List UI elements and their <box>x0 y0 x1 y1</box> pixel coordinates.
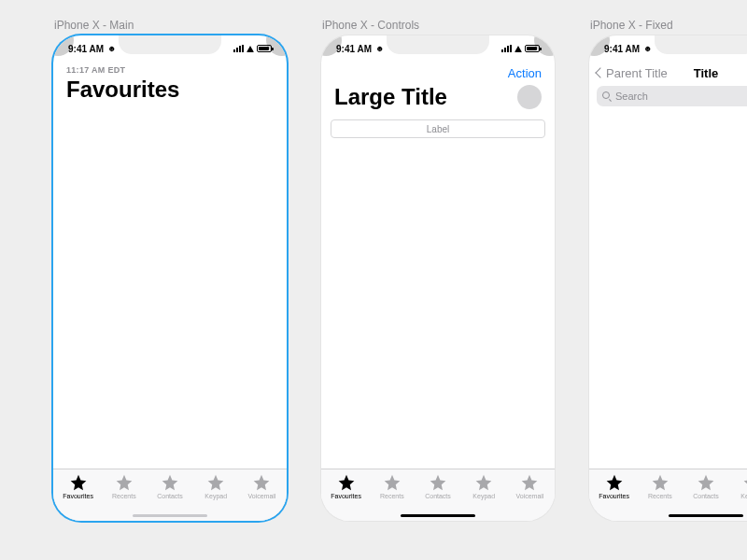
page-title: Large Title <box>334 84 447 110</box>
notch <box>387 35 489 54</box>
star-icon <box>474 473 493 492</box>
tab-label: Contacts <box>425 493 451 499</box>
wifi-icon <box>247 46 254 52</box>
artboard-fixed[interactable]: 9:41 AM ☻ Parent Title Title Search F <box>589 35 747 521</box>
search-icon <box>602 91 612 101</box>
tab-label: Contacts <box>157 493 183 499</box>
navigation-bar: Parent Title Title <box>589 62 747 84</box>
status-time: 9:41 AM <box>336 44 372 54</box>
tab-voicemail[interactable]: Voicemail <box>507 473 553 521</box>
notch <box>119 35 221 54</box>
tab-label: Keypad <box>204 493 227 499</box>
tab-label: Favourites <box>599 493 629 499</box>
notch <box>655 35 747 54</box>
tab-label: Voicemail <box>515 493 543 499</box>
artboard-label-controls: iPhone X - Controls <box>322 19 419 32</box>
star-icon <box>429 473 447 492</box>
search-placeholder: Search <box>615 91 648 102</box>
star-icon <box>337 473 356 492</box>
tab-label: Recents <box>380 493 404 499</box>
tab-favourites[interactable]: Favourites <box>55 473 101 521</box>
alarm-icon: ☻ <box>375 44 384 53</box>
avatar[interactable] <box>517 85 542 109</box>
star-icon <box>605 473 624 492</box>
wifi-icon <box>514 46 522 52</box>
cellular-icon <box>501 45 512 52</box>
page-title: Title <box>694 66 719 80</box>
tab-label: Voicemail <box>247 493 275 499</box>
home-indicator[interactable] <box>401 514 475 517</box>
star-icon <box>206 473 225 492</box>
tab-bar: Favourites Recents Contacts Keypad Voice… <box>589 469 747 521</box>
tab-label: Contacts <box>693 493 719 499</box>
tab-favourites[interactable]: Favourites <box>323 473 369 521</box>
star-icon <box>742 473 747 492</box>
status-time: 9:41 AM <box>604 44 640 54</box>
alarm-icon: ☻ <box>107 44 116 53</box>
star-icon <box>69 473 88 492</box>
battery-icon <box>525 45 540 52</box>
back-button[interactable]: Parent Title <box>597 66 668 80</box>
star-icon <box>115 473 134 492</box>
star-icon <box>161 473 179 492</box>
tab-label: Favourites <box>63 493 93 499</box>
tab-label: Keypad <box>740 493 747 499</box>
home-indicator[interactable] <box>133 514 207 517</box>
tab-bar: Favourites Recents Contacts Keypad Voice… <box>321 469 555 521</box>
status-time: 9:41 AM <box>68 44 104 54</box>
segmented-label: Label <box>427 124 449 134</box>
tab-label: Favourites <box>331 493 361 499</box>
segmented-control[interactable]: Label <box>331 119 545 138</box>
chevron-left-icon <box>595 67 605 77</box>
tab-label: Keypad <box>472 493 495 499</box>
artboard-main[interactable]: 9:41 AM ☻ 11:17 AM EDT Favourites Favour… <box>53 35 287 521</box>
navigation-bar: Action <box>321 62 555 84</box>
alarm-icon: ☻ <box>643 44 652 53</box>
cellular-icon <box>233 45 244 52</box>
home-indicator[interactable] <box>669 514 743 517</box>
star-icon <box>252 473 271 492</box>
star-icon <box>520 473 539 492</box>
search-input[interactable]: Search <box>597 86 747 106</box>
back-label: Parent Title <box>606 66 668 80</box>
artboard-label-fixed: iPhone X - Fixed <box>590 19 673 32</box>
page-title: Favourites <box>66 77 179 103</box>
navbar-action-button[interactable]: Action <box>508 66 542 80</box>
artboard-label-main: iPhone X - Main <box>54 19 134 32</box>
battery-icon <box>257 45 272 52</box>
artboard-controls[interactable]: 9:41 AM ☻ Action Large Title Label Favou… <box>321 35 555 521</box>
tab-bar: Favourites Recents Contacts Keypad Voice… <box>53 469 287 521</box>
tab-label: Recents <box>112 493 136 499</box>
tab-label: Recents <box>648 493 672 499</box>
tab-favourites[interactable]: Favourites <box>591 473 637 521</box>
star-icon <box>651 473 669 492</box>
timestamp-label: 11:17 AM EDT <box>66 65 125 75</box>
star-icon <box>697 473 715 492</box>
star-icon <box>383 473 402 492</box>
tab-voicemail[interactable]: Voicemail <box>239 473 285 521</box>
